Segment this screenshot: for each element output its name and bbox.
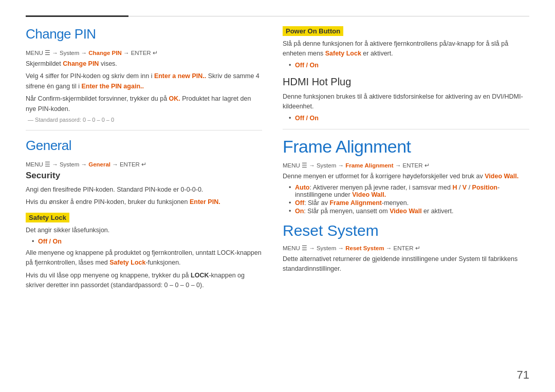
frame-alignment-bullets: Auto: Aktiverer menyen på jevne rader, i…: [289, 184, 529, 215]
right-column: Power On Button Slå på denne funksjonen …: [283, 26, 529, 377]
general-section: General MENU ☰ → System → General → ENTE…: [26, 138, 262, 291]
hdmi-desc: Denne funksjonen brukes til å aktivere t…: [283, 92, 529, 112]
hdmi-bullets: Off / On: [289, 115, 529, 122]
safety-lock-bullets: Off / On: [32, 238, 262, 245]
general-menu-link: General: [88, 161, 110, 167]
safety-lock-inline-link: Safety Lock: [109, 259, 145, 266]
left-column: Change PIN MENU ☰ → System → Change PIN …: [26, 26, 262, 377]
safety-lock-ref: Safety Lock: [325, 50, 361, 57]
security-line2: Hvis du ønsker å endre PIN-koden, bruker…: [26, 197, 262, 207]
change-pin-section: Change PIN MENU ☰ → System → Change PIN …: [26, 26, 262, 123]
frame-alignment-menu-link: Frame Alignment: [345, 162, 394, 169]
safety-lock-desc: Det angir sikker låsefunksjon.: [26, 226, 262, 235]
security-block: Security Angi den firesifrede PIN-koden.…: [26, 171, 262, 208]
frame-alignment-menu-path: MENU ☰ → System → Frame Alignment → ENTE…: [283, 162, 529, 169]
fa-bullet-auto: Auto: Aktiverer menyen på jevne rader, i…: [289, 184, 529, 198]
frame-alignment-desc: Denne menyen er utformet for å korrigere…: [283, 172, 529, 181]
safety-lock-bullet-1: Off / On: [32, 238, 262, 245]
hdmi-title: HDMI Hot Plug: [283, 76, 529, 88]
change-pin-line1: Skjermbildet Change PIN vises.: [26, 59, 262, 69]
video-wall-ref2: Video Wall.: [352, 191, 386, 198]
page-number: 71: [517, 368, 529, 382]
right-divider: [283, 129, 529, 129]
menu-icon-1: MENU ☰: [26, 50, 50, 56]
left-divider: [26, 130, 262, 130]
fa-bullet-off: Off: Slår av Frame Alignment-menyen.: [289, 199, 529, 207]
change-pin-line3: Når Confirm-skjermbildet forsvinner, try…: [26, 94, 262, 114]
general-menu-path: MENU ☰ → System → General → ENTER ↵: [26, 161, 262, 168]
page-container: Change PIN MENU ☰ → System → Change PIN …: [0, 0, 555, 392]
frame-alignment-title: Frame Alignment: [283, 137, 529, 157]
enter-pin-again-link: Enter the PIN again..: [81, 83, 144, 90]
power-on-bullet: Off / On: [289, 62, 529, 69]
power-on-bullets: Off / On: [289, 62, 529, 69]
reset-system-desc: Dette alternativet returnerer de gjelden…: [283, 254, 529, 274]
enter-new-pin-link: Enter a new PIN..: [154, 72, 206, 80]
change-pin-note: ― Standard passord: 0 – 0 – 0 – 0: [28, 117, 262, 123]
security-title: Security: [26, 171, 262, 181]
reset-system-menu-link: Reset System: [345, 245, 384, 251]
hdmi-bullet: Off / On: [289, 115, 529, 122]
video-wall-ref1: Video Wall.: [485, 173, 519, 180]
security-line1: Angi den firesifrede PIN-koden. Standard…: [26, 185, 262, 195]
change-pin-line2: Velg 4 siffer for PIN-koden og skriv dem…: [26, 71, 262, 91]
power-on-label: Power On Button: [283, 26, 343, 36]
rule-right: [128, 16, 529, 16]
fa-bullet-on: On: Slår på menyen, uansett om Video Wal…: [289, 208, 529, 215]
general-title: General: [26, 138, 262, 154]
safety-lock-line1: Alle menyene og knappene på produktet og…: [26, 248, 262, 268]
safety-lock-line2: Hvis du vil låse opp menyene og knappene…: [26, 271, 262, 291]
safety-lock-block: Safety Lock Det angir sikker låsefunksjo…: [26, 213, 262, 291]
content-columns: Change PIN MENU ☰ → System → Change PIN …: [26, 26, 529, 377]
top-rule: [26, 15, 529, 17]
change-pin-menu-path: MENU ☰ → System → Change PIN → ENTER ↵: [26, 49, 262, 57]
frame-alignment-section: Frame Alignment MENU ☰ → System → Frame …: [283, 137, 529, 215]
change-pin-inline-link: Change PIN: [63, 60, 99, 67]
change-pin-menu-link: Change PIN: [88, 50, 122, 56]
power-on-button-section: Power On Button Slå på denne funksjonen …: [283, 26, 529, 69]
hdmi-hot-plug-section: HDMI Hot Plug Denne funksjonen brukes ti…: [283, 76, 529, 122]
change-pin-title: Change PIN: [26, 26, 262, 42]
reset-system-menu-path: MENU ☰ → System → Reset System → ENTER ↵: [283, 245, 529, 252]
safety-lock-label: Safety Lock: [26, 213, 69, 222]
power-on-desc: Slå på denne funksjonen for å aktivere f…: [283, 39, 529, 59]
enter-pin-link: Enter PIN.: [190, 198, 220, 206]
reset-system-title: Reset System: [283, 222, 529, 239]
rule-left: [26, 15, 128, 17]
ok-link: OK.: [169, 95, 180, 102]
reset-system-section: Reset System MENU ☰ → System → Reset Sys…: [283, 222, 529, 274]
